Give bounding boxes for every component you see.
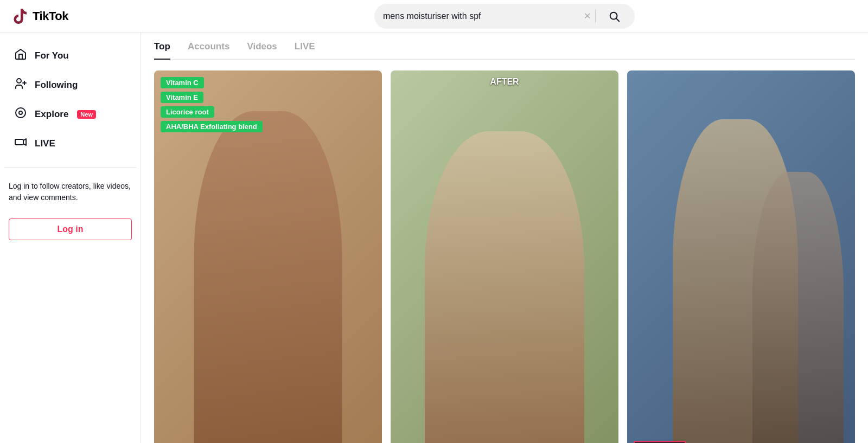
svg-line-1 bbox=[616, 18, 619, 21]
sidebar: For You Following Explore New LIVE Log i… bbox=[0, 33, 141, 443]
search-button[interactable] bbox=[602, 4, 626, 28]
thumb-3-overlay: Go awwfff bbox=[627, 70, 855, 443]
tab-accounts[interactable]: Accounts bbox=[188, 41, 229, 60]
header: TikTok ✕ bbox=[0, 0, 868, 33]
tag-vitamin-c: Vitamin C bbox=[161, 77, 204, 88]
tabs: Top Accounts Videos LIVE bbox=[154, 33, 855, 60]
search-icon bbox=[608, 10, 620, 22]
video-grid: Vitamin C Vitamin E Licorice root AHA/BH… bbox=[154, 70, 855, 443]
video-thumb-1: Vitamin C Vitamin E Licorice root AHA/BH… bbox=[154, 70, 382, 443]
login-button[interactable]: Log in bbox=[9, 219, 132, 240]
tag-licorice: Licorice root bbox=[161, 106, 214, 118]
sidebar-item-explore-label: Explore bbox=[35, 109, 68, 120]
sidebar-item-for-you[interactable]: For You bbox=[4, 41, 136, 70]
search-bar: ✕ bbox=[374, 4, 635, 29]
sidebar-divider bbox=[4, 167, 136, 168]
following-icon bbox=[13, 77, 28, 93]
sidebar-item-live[interactable]: LIVE bbox=[4, 129, 136, 158]
sidebar-item-following[interactable]: Following bbox=[4, 70, 136, 100]
explore-new-badge: New bbox=[77, 110, 96, 119]
thumb-1-overlay: Vitamin C Vitamin E Licorice root AHA/BH… bbox=[154, 70, 382, 443]
after-label: AFTER bbox=[490, 77, 519, 86]
tab-videos[interactable]: Videos bbox=[247, 41, 277, 60]
sidebar-item-live-label: LIVE bbox=[35, 138, 55, 149]
tag-aha: AHA/BHA Exfoliating blend bbox=[161, 121, 263, 132]
tag-list-1: Vitamin C Vitamin E Licorice root AHA/BH… bbox=[161, 77, 375, 132]
explore-icon bbox=[13, 106, 28, 123]
video-thumb-3: Go awwfff 1-4 bbox=[627, 70, 855, 443]
clear-icon[interactable]: ✕ bbox=[584, 11, 591, 21]
video-card-1[interactable]: Vitamin C Vitamin E Licorice root AHA/BH… bbox=[154, 70, 382, 443]
content-area: Top Accounts Videos LIVE Vitamin C Vitam… bbox=[141, 33, 868, 443]
go-awwfff-box: Go awwfff bbox=[634, 441, 686, 443]
live-icon bbox=[13, 136, 28, 152]
search-input[interactable] bbox=[383, 11, 579, 21]
svg-marker-8 bbox=[23, 139, 26, 145]
video-thumb-2: AFTER 2022-7-18 bbox=[391, 70, 618, 443]
sidebar-item-following-label: Following bbox=[35, 80, 78, 91]
login-prompt: Log in to follow creators, like videos, … bbox=[0, 176, 141, 212]
tag-vitamin-e: Vitamin E bbox=[161, 92, 203, 103]
thumb-2-overlay: AFTER 2022-7-18 bbox=[391, 70, 618, 443]
svg-point-2 bbox=[17, 79, 21, 83]
sidebar-item-for-you-label: For You bbox=[35, 50, 69, 61]
svg-point-6 bbox=[19, 111, 22, 114]
sidebar-item-explore[interactable]: Explore New bbox=[4, 100, 136, 129]
video-card-2[interactable]: AFTER 2022-7-18 @Shakeup Cosmetics LETS … bbox=[391, 70, 618, 443]
logo-area: TikTok bbox=[11, 8, 152, 25]
search-area: ✕ bbox=[152, 4, 857, 29]
svg-rect-7 bbox=[15, 139, 23, 145]
tab-top[interactable]: Top bbox=[154, 41, 170, 60]
logo-text: TikTok bbox=[33, 9, 68, 23]
search-divider bbox=[595, 10, 596, 23]
svg-point-5 bbox=[16, 108, 25, 118]
tiktok-logo-icon bbox=[11, 8, 28, 25]
video-card-3[interactable]: Go awwfff 1-4 Y'all. I was so ready to p… bbox=[627, 70, 855, 443]
home-icon bbox=[13, 48, 28, 64]
tab-live[interactable]: LIVE bbox=[295, 41, 315, 60]
main: For You Following Explore New LIVE Log i… bbox=[0, 33, 868, 443]
